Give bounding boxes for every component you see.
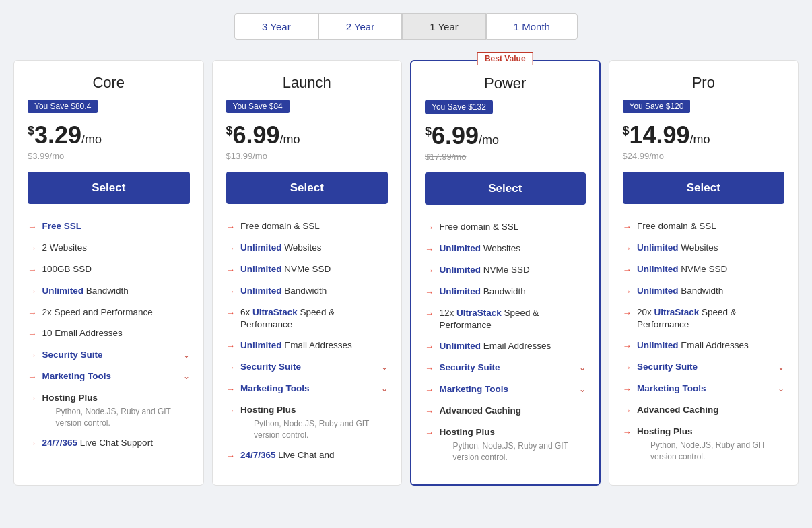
arrow-icon: → bbox=[28, 328, 37, 341]
feature-text: Free domain & SSL bbox=[637, 220, 716, 233]
arrow-icon: → bbox=[623, 286, 632, 298]
select-button[interactable]: Select bbox=[623, 172, 785, 204]
current-price: $6.99/mo bbox=[425, 122, 586, 150]
feature-text: Unlimited Websites bbox=[440, 242, 521, 255]
feature-item: →Free domain & SSL bbox=[226, 220, 388, 234]
feature-text: 100GB SSD bbox=[42, 263, 92, 276]
feature-item: →Unlimited NVMe SSD bbox=[623, 263, 785, 277]
chevron-down-icon[interactable]: ⌄ bbox=[778, 383, 784, 395]
best-value-badge: Best Value bbox=[477, 52, 533, 65]
feature-text: Security Suite bbox=[637, 361, 698, 374]
plan-card-power: Best ValuePowerYou Save $132 $6.99/mo $1… bbox=[410, 60, 601, 486]
chevron-down-icon[interactable]: ⌄ bbox=[381, 383, 388, 395]
feature-sub-text: Python, Node.JS, Ruby and GIT version co… bbox=[650, 440, 784, 463]
feature-text: Marketing Tools bbox=[240, 383, 310, 395]
feature-item: →100GB SSD bbox=[28, 263, 190, 277]
original-price: $3.99/mo bbox=[28, 151, 190, 161]
feature-item: →Unlimited NVMe SSD bbox=[425, 264, 586, 277]
feature-sub-text: Python, Node.JS, Ruby and GIT version co… bbox=[254, 418, 388, 441]
feature-text: 24/7/365 Live Chat Support bbox=[42, 437, 153, 450]
chevron-down-icon[interactable]: ⌄ bbox=[381, 362, 388, 373]
feature-text: Unlimited Email Addresses bbox=[440, 340, 551, 353]
feature-text: Marketing Tools bbox=[637, 383, 706, 395]
arrow-icon: → bbox=[425, 405, 434, 418]
arrow-icon: → bbox=[28, 438, 37, 451]
feature-item: →Hosting PlusPython, Node.JS, Ruby and G… bbox=[226, 404, 388, 440]
select-button[interactable]: Select bbox=[226, 172, 388, 204]
feature-item: →2 Websites bbox=[28, 242, 190, 255]
arrow-icon: → bbox=[623, 340, 632, 353]
feature-item: → Security Suite ⌄ bbox=[623, 361, 785, 374]
feature-item: →20x UltraStack Speed & Performance bbox=[623, 306, 785, 332]
arrow-icon: → bbox=[425, 341, 434, 354]
arrow-icon: → bbox=[226, 383, 236, 396]
feature-text: Free domain & SSL bbox=[240, 220, 320, 233]
chevron-down-icon[interactable]: ⌄ bbox=[579, 362, 586, 374]
feature-list: →Free domain & SSL→Unlimited Websites→Un… bbox=[226, 220, 388, 462]
arrow-icon: → bbox=[623, 221, 632, 234]
savings-badge: You Save $84 bbox=[226, 100, 290, 113]
feature-item: →Unlimited Email Addresses bbox=[226, 339, 388, 353]
feature-item: →Free domain & SSL bbox=[425, 221, 586, 234]
feature-text: Unlimited Websites bbox=[637, 242, 718, 255]
price-area: $6.99/mo $13.99/mo bbox=[226, 121, 388, 161]
price-area: $3.29/mo $3.99/mo bbox=[28, 121, 190, 161]
plan-name: Core bbox=[28, 74, 190, 92]
select-button[interactable]: Select bbox=[28, 172, 190, 204]
arrow-icon: → bbox=[226, 362, 236, 374]
feature-text: Hosting PlusPython, Node.JS, Ruby and GI… bbox=[440, 426, 586, 463]
arrow-icon: → bbox=[425, 384, 434, 397]
period-tab-1-month[interactable]: 1 Month bbox=[486, 13, 578, 40]
feature-text: Advanced Caching bbox=[637, 404, 719, 417]
arrow-icon: → bbox=[28, 242, 37, 255]
feature-text: Hosting PlusPython, Node.JS, Ruby and GI… bbox=[240, 404, 388, 440]
feature-list: →Free domain & SSL→Unlimited Websites→Un… bbox=[623, 220, 785, 462]
feature-sub-text: Python, Node.JS, Ruby and GIT version co… bbox=[56, 406, 190, 429]
feature-text: Security Suite bbox=[42, 349, 103, 362]
feature-list: →Free domain & SSL→Unlimited Websites→Un… bbox=[425, 221, 586, 463]
arrow-icon: → bbox=[226, 242, 236, 255]
feature-item: →Free SSL bbox=[28, 220, 190, 234]
savings-badge: You Save $80.4 bbox=[28, 100, 98, 113]
feature-text: Unlimited NVMe SSD bbox=[637, 263, 727, 276]
arrow-icon: → bbox=[28, 264, 37, 277]
feature-text: Unlimited Email Addresses bbox=[240, 339, 352, 352]
chevron-down-icon[interactable]: ⌄ bbox=[183, 371, 190, 383]
original-price: $17.99/mo bbox=[425, 152, 586, 162]
arrow-icon: → bbox=[28, 350, 37, 362]
chevron-down-icon[interactable]: ⌄ bbox=[579, 384, 586, 395]
feature-item: → Security Suite ⌄ bbox=[28, 349, 190, 362]
period-tab-3-year[interactable]: 3 Year bbox=[234, 13, 318, 40]
arrow-icon: → bbox=[623, 242, 632, 255]
feature-text: 2x Speed and Performance bbox=[42, 306, 153, 319]
plan-name: Power bbox=[425, 75, 586, 92]
feature-item: →10 Email Addresses bbox=[28, 327, 190, 341]
feature-item: → Marketing Tools ⌄ bbox=[226, 383, 388, 396]
arrow-icon: → bbox=[226, 286, 236, 298]
arrow-icon: → bbox=[425, 427, 434, 440]
feature-item: → Security Suite ⌄ bbox=[425, 362, 586, 375]
arrow-icon: → bbox=[623, 426, 632, 439]
arrow-icon: → bbox=[425, 286, 434, 299]
chevron-down-icon[interactable]: ⌄ bbox=[183, 350, 190, 361]
current-price: $6.99/mo bbox=[226, 121, 388, 150]
period-tab-2-year[interactable]: 2 Year bbox=[318, 13, 403, 40]
feature-item: →Unlimited Websites bbox=[425, 242, 586, 256]
period-tabs-container: 3 Year2 Year1 Year1 Month bbox=[13, 13, 799, 40]
feature-text: Marketing Tools bbox=[440, 383, 509, 396]
period-tab-1-year[interactable]: 1 Year bbox=[402, 13, 486, 40]
feature-text: Unlimited Bandwidth bbox=[440, 286, 526, 298]
chevron-down-icon[interactable]: ⌄ bbox=[778, 362, 784, 373]
arrow-icon: → bbox=[623, 307, 632, 320]
feature-text: Unlimited Bandwidth bbox=[637, 285, 723, 298]
arrow-icon: → bbox=[28, 393, 37, 405]
feature-text: Security Suite bbox=[440, 362, 500, 374]
arrow-icon: → bbox=[28, 307, 37, 320]
feature-text: 2 Websites bbox=[42, 242, 88, 255]
arrow-icon: → bbox=[425, 362, 434, 375]
select-button[interactable]: Select bbox=[425, 172, 586, 205]
feature-item: →Unlimited Email Addresses bbox=[425, 340, 586, 354]
arrow-icon: → bbox=[28, 371, 37, 384]
feature-item: →12x UltraStack Speed & Performance bbox=[425, 307, 586, 333]
feature-item: → Security Suite ⌄ bbox=[226, 361, 388, 374]
